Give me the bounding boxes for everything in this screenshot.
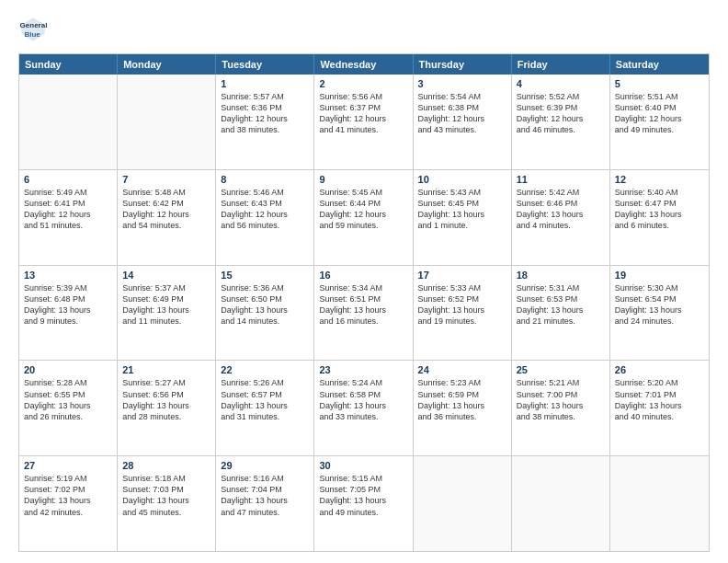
cell-info-line: Daylight: 13 hours bbox=[615, 209, 704, 220]
calendar-cell-day-14: 14Sunrise: 5:37 AMSunset: 6:49 PMDayligh… bbox=[118, 266, 216, 361]
calendar-cell-empty bbox=[610, 456, 709, 551]
weekday-header-wednesday: Wednesday bbox=[314, 54, 413, 75]
cell-info-line: Sunrise: 5:48 AM bbox=[122, 187, 210, 198]
cell-info-line: Daylight: 12 hours bbox=[615, 113, 704, 124]
cell-info-line: Sunset: 6:46 PM bbox=[517, 198, 605, 209]
weekday-header-friday: Friday bbox=[512, 54, 610, 75]
calendar-cell-day-26: 26Sunrise: 5:20 AMSunset: 7:01 PMDayligh… bbox=[610, 361, 709, 455]
cell-info-line: and 59 minutes. bbox=[319, 220, 407, 231]
calendar-cell-day-8: 8Sunrise: 5:46 AMSunset: 6:43 PMDaylight… bbox=[216, 170, 314, 265]
calendar-cell-day-20: 20Sunrise: 5:28 AMSunset: 6:55 PMDayligh… bbox=[19, 361, 118, 455]
calendar-row-2: 6Sunrise: 5:49 AMSunset: 6:41 PMDaylight… bbox=[19, 169, 709, 265]
calendar-row-3: 13Sunrise: 5:39 AMSunset: 6:48 PMDayligh… bbox=[19, 265, 709, 361]
day-number: 29 bbox=[221, 460, 309, 471]
calendar-cell-day-18: 18Sunrise: 5:31 AMSunset: 6:53 PMDayligh… bbox=[512, 266, 610, 361]
calendar-cell-empty bbox=[512, 456, 610, 551]
cell-info-line: Sunset: 6:56 PM bbox=[122, 389, 210, 400]
cell-info-line: Sunrise: 5:18 AM bbox=[122, 473, 210, 484]
day-number: 27 bbox=[24, 460, 112, 471]
cell-info-line: Daylight: 13 hours bbox=[122, 495, 210, 506]
day-number: 21 bbox=[122, 364, 210, 375]
cell-info-line: Sunrise: 5:28 AM bbox=[24, 377, 112, 388]
cell-info-line: Sunrise: 5:19 AM bbox=[24, 473, 112, 484]
day-number: 11 bbox=[517, 174, 605, 185]
cell-info-line: and 1 minute. bbox=[418, 220, 506, 231]
cell-info-line: and 14 minutes. bbox=[221, 316, 309, 327]
day-number: 25 bbox=[517, 364, 605, 375]
cell-info-line: and 11 minutes. bbox=[122, 316, 210, 327]
cell-info-line: and 46 minutes. bbox=[517, 124, 605, 135]
day-number: 19 bbox=[615, 270, 704, 281]
cell-info-line: Sunrise: 5:27 AM bbox=[122, 377, 210, 388]
cell-info-line: and 49 minutes. bbox=[615, 124, 704, 135]
day-number: 14 bbox=[122, 270, 210, 281]
cell-info-line: Sunset: 6:41 PM bbox=[24, 198, 112, 209]
calendar-cell-day-9: 9Sunrise: 5:45 AMSunset: 6:44 PMDaylight… bbox=[314, 170, 413, 265]
cell-info-line: Sunrise: 5:56 AM bbox=[319, 91, 407, 102]
calendar-cell-day-28: 28Sunrise: 5:18 AMSunset: 7:03 PMDayligh… bbox=[118, 456, 216, 551]
calendar: SundayMondayTuesdayWednesdayThursdayFrid… bbox=[18, 53, 710, 552]
calendar-cell-day-11: 11Sunrise: 5:42 AMSunset: 6:46 PMDayligh… bbox=[512, 170, 610, 265]
cell-info-line: and 4 minutes. bbox=[517, 220, 605, 231]
cell-info-line: Daylight: 13 hours bbox=[319, 400, 407, 411]
cell-info-line: Daylight: 13 hours bbox=[221, 304, 309, 316]
calendar-cell-day-13: 13Sunrise: 5:39 AMSunset: 6:48 PMDayligh… bbox=[19, 266, 118, 361]
cell-info-line: and 56 minutes. bbox=[221, 220, 309, 231]
day-number: 8 bbox=[221, 174, 309, 185]
cell-info-line: Daylight: 12 hours bbox=[122, 209, 210, 220]
calendar-cell-day-6: 6Sunrise: 5:49 AMSunset: 6:41 PMDaylight… bbox=[19, 170, 118, 265]
calendar-row-1: 1Sunrise: 5:57 AMSunset: 6:36 PMDaylight… bbox=[19, 75, 709, 169]
cell-info-line: Sunset: 6:55 PM bbox=[24, 389, 112, 400]
cell-info-line: Daylight: 13 hours bbox=[24, 400, 112, 411]
cell-info-line: Daylight: 13 hours bbox=[319, 304, 407, 316]
cell-info-line: Sunrise: 5:15 AM bbox=[319, 473, 407, 484]
cell-info-line: and 19 minutes. bbox=[418, 316, 506, 327]
calendar-cell-day-23: 23Sunrise: 5:24 AMSunset: 6:58 PMDayligh… bbox=[314, 361, 413, 455]
cell-info-line: and 31 minutes. bbox=[221, 411, 309, 422]
day-number: 6 bbox=[24, 174, 112, 185]
day-number: 16 bbox=[319, 270, 407, 281]
cell-info-line: Sunset: 6:51 PM bbox=[319, 293, 407, 304]
calendar-cell-day-15: 15Sunrise: 5:36 AMSunset: 6:50 PMDayligh… bbox=[216, 266, 314, 361]
header: General Blue bbox=[18, 15, 710, 44]
cell-info-line: Daylight: 12 hours bbox=[221, 209, 309, 220]
cell-info-line: Sunset: 7:02 PM bbox=[24, 484, 112, 495]
cell-info-line: and 33 minutes. bbox=[319, 411, 407, 422]
weekday-header-sunday: Sunday bbox=[19, 54, 118, 75]
cell-info-line: Sunset: 6:44 PM bbox=[319, 198, 407, 209]
cell-info-line: Sunset: 6:58 PM bbox=[319, 389, 407, 400]
cell-info-line: and 38 minutes. bbox=[517, 411, 605, 422]
cell-info-line: Sunrise: 5:37 AM bbox=[122, 282, 210, 293]
cell-info-line: and 47 minutes. bbox=[221, 507, 309, 518]
cell-info-line: and 38 minutes. bbox=[221, 124, 309, 135]
cell-info-line: Daylight: 12 hours bbox=[517, 113, 605, 124]
weekday-header-saturday: Saturday bbox=[610, 54, 709, 75]
day-number: 12 bbox=[615, 174, 704, 185]
cell-info-line: Daylight: 13 hours bbox=[615, 304, 704, 316]
cell-info-line: Sunset: 6:36 PM bbox=[221, 102, 309, 113]
day-number: 28 bbox=[122, 460, 210, 471]
cell-info-line: Sunrise: 5:34 AM bbox=[319, 282, 407, 293]
cell-info-line: Sunrise: 5:52 AM bbox=[517, 91, 605, 102]
cell-info-line: Sunset: 7:01 PM bbox=[615, 389, 704, 400]
logo-icon: General Blue bbox=[18, 15, 48, 44]
cell-info-line: Daylight: 13 hours bbox=[418, 400, 506, 411]
cell-info-line: Sunrise: 5:36 AM bbox=[221, 282, 309, 293]
day-number: 1 bbox=[221, 78, 309, 89]
day-number: 5 bbox=[615, 78, 704, 89]
cell-info-line: and 28 minutes. bbox=[122, 411, 210, 422]
day-number: 24 bbox=[418, 364, 506, 375]
cell-info-line: Daylight: 13 hours bbox=[122, 304, 210, 316]
day-number: 17 bbox=[418, 270, 506, 281]
calendar-cell-empty bbox=[414, 456, 512, 551]
cell-info-line: Daylight: 13 hours bbox=[221, 400, 309, 411]
cell-info-line: Sunrise: 5:31 AM bbox=[517, 282, 605, 293]
weekday-header-thursday: Thursday bbox=[414, 54, 512, 75]
cell-info-line: Daylight: 13 hours bbox=[319, 495, 407, 506]
cell-info-line: Daylight: 12 hours bbox=[319, 209, 407, 220]
cell-info-line: Sunrise: 5:16 AM bbox=[221, 473, 309, 484]
cell-info-line: and 26 minutes. bbox=[24, 411, 112, 422]
calendar-cell-day-27: 27Sunrise: 5:19 AMSunset: 7:02 PMDayligh… bbox=[19, 456, 118, 551]
day-number: 13 bbox=[24, 270, 112, 281]
cell-info-line: Sunrise: 5:57 AM bbox=[221, 91, 309, 102]
